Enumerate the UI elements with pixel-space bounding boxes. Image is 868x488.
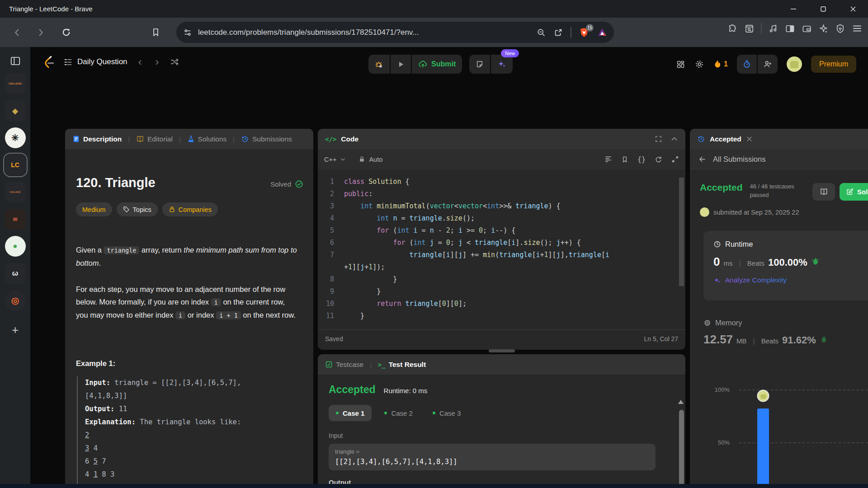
url-bar[interactable]: leetcode.com/problems/triangle/submissio… [176, 22, 614, 43]
collaborate-button[interactable] [757, 55, 778, 74]
companies-badge[interactable]: Companies [162, 202, 218, 216]
editor-scrollbar-thumb[interactable] [679, 178, 684, 286]
topics-badge[interactable]: Topics [117, 202, 158, 216]
sidebar-shortcut-college-1[interactable]: COLLEGE [5, 73, 26, 94]
code-line[interactable]: 9 } [318, 286, 685, 298]
bookmark-button[interactable] [146, 23, 165, 42]
code-line[interactable]: 1class Solution { [318, 176, 685, 188]
extensions-icon[interactable] [727, 23, 738, 34]
add-shortcut-button[interactable]: + [6, 321, 24, 339]
case-tab-1[interactable]: Case 1 [329, 405, 372, 421]
difficulty-badge[interactable]: Medium [76, 202, 112, 216]
scrollbar-thumb[interactable] [679, 410, 684, 488]
run-button[interactable] [390, 55, 411, 74]
shuffle-icon[interactable] [170, 57, 179, 66]
case-tab-2[interactable]: Case 2 [377, 405, 420, 421]
code-line[interactable]: 5 for (int i = n - 2; i >= 0; i--) { [318, 225, 685, 237]
editorial-button[interactable] [812, 183, 835, 201]
runtime-distribution-chart[interactable]: 100%50%0%2ms [690, 389, 868, 488]
sidebar-shortcut-red-app[interactable]: ≋ [5, 209, 26, 230]
user-result-marker[interactable] [757, 390, 769, 402]
tab-description[interactable]: Description [72, 135, 122, 143]
layout-grid-icon[interactable] [676, 60, 685, 69]
code-line[interactable]: 10 return triangle[0][0]; [318, 298, 685, 310]
code-line[interactable]: 6 for (int j = 0; j < triangle[i].size()… [318, 237, 685, 249]
format-code-icon[interactable] [604, 155, 612, 163]
user-avatar[interactable] [787, 56, 802, 72]
panel-resize-handle[interactable] [489, 349, 515, 352]
bookmark-icon[interactable] [621, 156, 628, 163]
debug-button[interactable] [368, 55, 390, 74]
streak-counter[interactable]: 1 [713, 60, 728, 69]
back-button[interactable] [8, 23, 26, 42]
tab-editorial[interactable]: Editorial [136, 135, 173, 143]
code-line[interactable]: 3 int minimumTotal(vector<vector<int>>& … [318, 200, 685, 212]
window-maximize-button[interactable] [808, 0, 838, 18]
search-tabs-icon[interactable] [744, 23, 755, 34]
post-solution-button[interactable]: Solution [840, 183, 868, 201]
fullscreen-icon[interactable] [655, 135, 662, 143]
brave-shields-button[interactable]: 15 [579, 27, 590, 38]
share-icon[interactable] [553, 28, 563, 38]
testcase-scrollbar[interactable] [679, 400, 684, 488]
media-control-icon[interactable] [768, 23, 778, 34]
runtime-card[interactable]: Runtime 0 ms | Beats 100.00% Analyze Com… [703, 231, 868, 300]
sidebar-shortcut-leetcode[interactable]: LC [5, 155, 26, 175]
language-selector[interactable]: C++ [324, 156, 336, 163]
notes-button[interactable] [469, 55, 490, 74]
menu-icon[interactable] [852, 23, 863, 34]
vpn-shield-icon[interactable] [835, 23, 845, 34]
close-icon[interactable] [746, 136, 753, 142]
collapse-panel-icon[interactable] [670, 135, 678, 143]
code-line[interactable]: 2public: [318, 188, 685, 200]
sidebar-shortcut-college-2[interactable]: COLLEGE [5, 182, 26, 202]
reload-button[interactable] [57, 23, 75, 42]
code-line[interactable]: 7 triangle[i][j] += min(triangle[i+1][j]… [318, 249, 685, 261]
case-tab-3[interactable]: Case 3 [425, 405, 468, 421]
next-problem-button[interactable]: › [153, 56, 162, 68]
zoom-out-icon[interactable] [536, 28, 546, 38]
premium-button[interactable]: Premium [811, 56, 856, 73]
daily-question-nav[interactable]: Daily Question [63, 57, 127, 67]
scroll-up-arrow[interactable] [678, 400, 684, 404]
timer-button[interactable] [737, 55, 757, 74]
all-submissions-nav[interactable]: All Submissions [690, 149, 868, 169]
brave-rewards-icon[interactable] [597, 27, 608, 38]
cursor-position[interactable]: Ln 5, Col 27 [644, 335, 679, 343]
reset-code-icon[interactable] [655, 155, 662, 163]
autocomplete-label[interactable]: Auto [369, 156, 382, 163]
url-text[interactable]: leetcode.com/problems/triangle/submissio… [198, 28, 536, 37]
code-line[interactable]: 8 } [318, 273, 685, 286]
input-box[interactable]: triangle = [[2],[3,4],[6,5,7],[4,1,8,3]] [329, 444, 656, 470]
tab-solutions[interactable]: Solutions [187, 135, 227, 143]
sidebar-shortcut-cat-app[interactable]: ω [5, 263, 26, 284]
sidebar-shortcut-target-app[interactable]: ◎ [5, 290, 26, 311]
expand-icon[interactable] [671, 155, 679, 163]
forward-button[interactable] [32, 23, 50, 42]
settings-gear-icon[interactable] [694, 59, 704, 69]
sidebar-shortcut-gold-app[interactable]: ◆ [5, 100, 26, 121]
leetcode-logo[interactable] [43, 55, 55, 69]
tab-test-result[interactable]: >_ Test Result [378, 361, 426, 369]
prev-problem-button[interactable]: ‹ [136, 56, 145, 68]
code-editor[interactable]: 1class Solution {2public:3 int minimumTo… [318, 169, 685, 329]
submit-button[interactable]: Submit [411, 55, 462, 74]
sidebar-shortcut-chatgpt[interactable]: ✳ [5, 127, 26, 148]
analyze-complexity-link[interactable]: Analyze Complexity [713, 276, 868, 284]
tab-submissions[interactable]: Submissions [241, 135, 292, 143]
code-line[interactable]: 11 } [318, 310, 685, 322]
sidebar-toggle-icon[interactable] [785, 23, 795, 34]
runtime-bar-0ms[interactable] [757, 408, 769, 488]
window-minimize-button[interactable] [778, 0, 808, 18]
code-line[interactable]: +1][j+1]); [318, 261, 685, 273]
wallet-icon[interactable] [802, 23, 812, 34]
memory-block[interactable]: Memory 12.57 MB | Beats 91.62% [703, 319, 868, 347]
sidebar-shortcut-green-app[interactable]: ● [5, 236, 26, 257]
code-line[interactable]: 4 int n = triangle.size(); [318, 212, 685, 225]
sidebar-panel-icon[interactable] [9, 55, 21, 67]
braces-icon[interactable]: {} [637, 155, 646, 164]
tab-testcase[interactable]: Testcase [325, 361, 363, 369]
leo-ai-icon[interactable] [818, 23, 829, 34]
window-close-button[interactable] [838, 0, 868, 18]
ai-assistant-button[interactable]: New [490, 55, 513, 74]
